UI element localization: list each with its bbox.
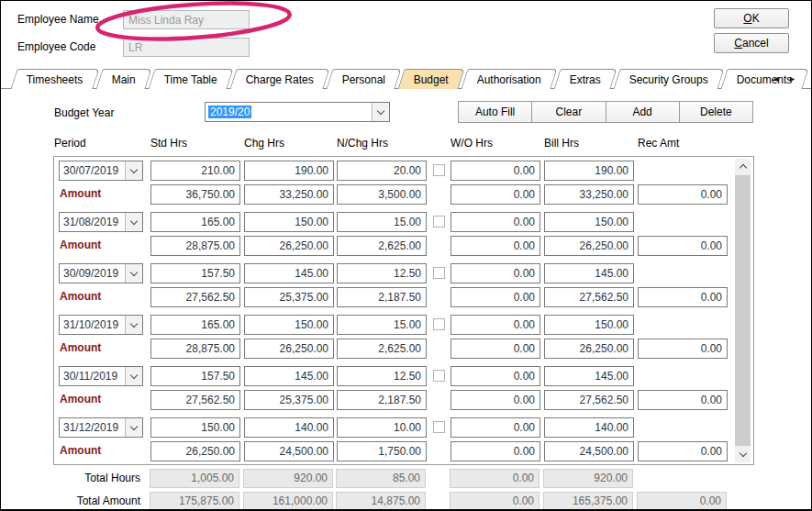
rec-amt-input[interactable] — [638, 390, 728, 410]
chg-amt-input[interactable] — [244, 441, 334, 461]
nchg-amt-input[interactable] — [337, 287, 427, 307]
tab-personal[interactable]: Personal — [326, 69, 402, 89]
tab-main[interactable]: Main — [95, 69, 151, 89]
nchg-hrs-input[interactable] — [337, 315, 427, 335]
nchg-amt-input[interactable] — [337, 390, 427, 410]
period-select[interactable]: 30/07/2019 — [59, 161, 143, 181]
chevron-down-icon[interactable] — [125, 213, 142, 231]
bill-hrs-input[interactable] — [544, 263, 634, 283]
nchg-hrs-input[interactable] — [337, 161, 427, 181]
chg-hrs-input[interactable] — [244, 417, 334, 438]
chg-hrs-input[interactable] — [244, 263, 334, 283]
tab-scroll-left-icon[interactable]: ◄ — [772, 74, 780, 83]
nchg-hrs-input[interactable] — [337, 366, 427, 386]
ok-button[interactable]: OK — [714, 8, 789, 28]
scroll-down-icon[interactable] — [735, 447, 751, 462]
period-select[interactable]: 30/09/2019 — [59, 263, 143, 283]
period-select[interactable]: 30/11/2019 — [59, 366, 143, 386]
std-amt-input[interactable] — [150, 339, 240, 359]
chg-hrs-input[interactable] — [244, 212, 334, 232]
bill-amt-input[interactable] — [544, 184, 634, 205]
chg-hrs-input[interactable] — [244, 366, 334, 386]
nchg-hrs-input[interactable] — [337, 212, 427, 232]
bill-hrs-input[interactable] — [544, 315, 634, 335]
chg-hrs-input[interactable] — [244, 315, 334, 335]
rec-amt-input[interactable] — [638, 236, 728, 256]
wo-amt-input[interactable] — [450, 441, 540, 461]
wo-hrs-input[interactable] — [450, 417, 540, 438]
wo-amt-input[interactable] — [450, 184, 540, 205]
tab-budget[interactable]: Budget — [397, 69, 464, 89]
std-hrs-input[interactable] — [150, 366, 240, 386]
tab-scroll-right-icon[interactable]: ► — [788, 74, 796, 83]
chevron-down-icon[interactable] — [125, 161, 142, 180]
wo-hrs-input[interactable] — [450, 366, 540, 386]
tab-time-table[interactable]: Time Table — [148, 69, 233, 89]
std-hrs-input[interactable] — [150, 417, 240, 438]
chg-amt-input[interactable] — [244, 339, 334, 359]
tab-authorisation[interactable]: Authorisation — [462, 69, 558, 89]
tab-security-groups[interactable]: Security Groups — [614, 69, 725, 89]
rec-amt-input[interactable] — [638, 339, 728, 359]
chevron-down-icon[interactable] — [125, 418, 142, 437]
wo-amt-input[interactable] — [450, 287, 540, 307]
rec-amt-input[interactable] — [638, 441, 728, 461]
chevron-down-icon[interactable] — [125, 264, 142, 283]
std-hrs-input[interactable] — [150, 212, 240, 232]
wo-hrs-input[interactable] — [450, 315, 540, 335]
bill-amt-input[interactable] — [544, 339, 634, 359]
wo-amt-input[interactable] — [450, 390, 540, 410]
chevron-down-icon[interactable] — [125, 367, 142, 385]
chg-amt-input[interactable] — [244, 390, 334, 410]
scroll-up-icon[interactable] — [735, 159, 751, 174]
wo-checkbox[interactable] — [433, 318, 445, 330]
bill-amt-input[interactable] — [544, 236, 634, 256]
bill-hrs-input[interactable] — [544, 417, 634, 438]
chg-amt-input[interactable] — [244, 184, 334, 205]
wo-amt-input[interactable] — [450, 339, 540, 359]
wo-checkbox[interactable] — [433, 370, 445, 382]
nchg-amt-input[interactable] — [337, 184, 427, 205]
std-amt-input[interactable] — [150, 236, 240, 256]
bill-hrs-input[interactable] — [544, 366, 634, 386]
std-amt-input[interactable] — [150, 287, 240, 307]
bill-hrs-input[interactable] — [544, 161, 634, 181]
period-select[interactable]: 31/12/2019 — [59, 417, 143, 438]
nchg-amt-input[interactable] — [337, 441, 427, 461]
nchg-hrs-input[interactable] — [337, 417, 427, 438]
nchg-amt-input[interactable] — [337, 236, 427, 256]
rec-amt-input[interactable] — [638, 184, 728, 205]
period-select[interactable]: 31/08/2019 — [59, 212, 143, 232]
wo-checkbox[interactable] — [433, 164, 445, 176]
bill-amt-input[interactable] — [544, 287, 634, 307]
nchg-hrs-input[interactable] — [337, 263, 427, 283]
delete-button[interactable]: Delete — [679, 102, 752, 122]
bill-amt-input[interactable] — [544, 390, 634, 410]
wo-hrs-input[interactable] — [450, 161, 540, 181]
wo-checkbox[interactable] — [433, 421, 445, 433]
auto-fill-button[interactable]: Auto Fill — [459, 102, 531, 122]
scrollbar-thumb[interactable] — [735, 175, 751, 446]
wo-hrs-input[interactable] — [450, 212, 540, 232]
std-amt-input[interactable] — [150, 390, 240, 410]
wo-amt-input[interactable] — [450, 236, 540, 256]
nchg-amt-input[interactable] — [337, 339, 427, 359]
budget-year-select[interactable]: 2019/20 — [205, 102, 390, 122]
clear-button[interactable]: Clear — [531, 102, 605, 122]
tab-extras[interactable]: Extras — [554, 69, 617, 89]
chevron-down-icon[interactable] — [372, 103, 389, 121]
chg-hrs-input[interactable] — [244, 161, 334, 181]
std-amt-input[interactable] — [150, 184, 240, 205]
chg-amt-input[interactable] — [244, 236, 334, 256]
add-button[interactable]: Add — [606, 102, 679, 122]
tab-charge-rates[interactable]: Charge Rates — [229, 69, 329, 89]
std-hrs-input[interactable] — [150, 315, 240, 335]
wo-hrs-input[interactable] — [450, 263, 540, 283]
period-select[interactable]: 31/10/2019 — [59, 315, 143, 335]
bill-hrs-input[interactable] — [544, 212, 634, 232]
vertical-scrollbar[interactable] — [735, 159, 751, 462]
tab-timesheets[interactable]: Timesheets — [10, 69, 99, 89]
std-hrs-input[interactable] — [150, 263, 240, 283]
rec-amt-input[interactable] — [638, 287, 728, 307]
wo-checkbox[interactable] — [433, 267, 445, 279]
